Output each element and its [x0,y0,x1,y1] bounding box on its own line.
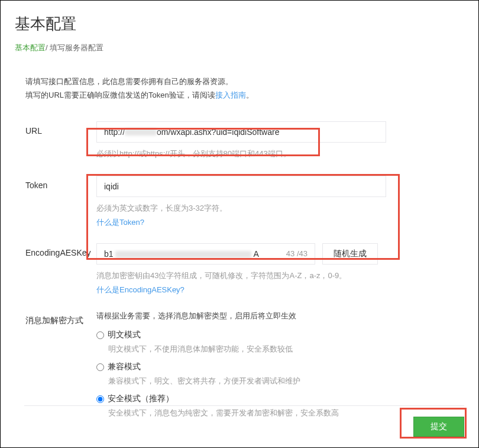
encrypt-title: 请根据业务需要，选择消息加解密类型，启用后将立即生效 [96,311,464,321]
aeskey-counter: 43 /43 [286,249,308,258]
radio-compat-desc: 兼容模式下，明文、密文将共存，方便开发者调试和维护 [108,376,464,386]
intro-line2-pre: 填写的URL需要正确响应微信发送的Token验证，请阅读 [25,91,215,99]
radio-secure-label: 安全模式（推荐） [108,394,174,404]
url-input[interactable]: http:// om/wxapi.ashx?uid=iqidiSoftware [96,121,386,143]
url-label: URL [25,121,96,160]
token-helper-link[interactable]: 什么是Token? [96,217,464,228]
radio-option-plain[interactable]: 明文模式 [96,330,464,340]
token-helper: 必须为英文或数字，长度为3-32字符。 [96,202,464,215]
aeskey-label: EncodingAESKey [25,243,96,295]
radio-compat[interactable] [96,363,104,371]
radio-plain-desc: 明文模式下，不使用消息体加解密功能，安全系数较低 [108,344,464,354]
url-value-prefix: http:// [104,127,125,137]
radio-compat-label: 兼容模式 [108,362,141,372]
breadcrumb-current: 填写服务器配置 [50,43,103,52]
aeskey-input[interactable]: b1 A 43 /43 [96,243,315,265]
radio-plain[interactable] [96,331,104,339]
url-helper: 必须以http://或https://开头，分别支持80端口和443端口。 [96,147,464,160]
aeskey-value-hidden [115,251,251,258]
submit-button[interactable]: 提交 [413,417,464,437]
generate-button[interactable]: 随机生成 [322,243,378,265]
url-row: URL http:// om/wxapi.ashx?uid=iqidiSoftw… [15,121,464,160]
url-value-suffix: om/wxapi.ashx?uid=iqidiSoftware [157,127,279,137]
footer-bar: 提交 [24,405,464,437]
intro-text: 请填写接口配置信息，此信息需要你拥有自己的服务器资源。 填写的URL需要正确响应… [15,75,464,102]
radio-option-secure[interactable]: 安全模式（推荐） [96,394,464,404]
url-value-hidden [125,128,157,136]
token-label: Token [25,176,96,228]
intro-line1: 请填写接口配置信息，此信息需要你拥有自己的服务器资源。 [25,75,464,88]
radio-option-compat[interactable]: 兼容模式 [96,362,464,372]
intro-guide-link[interactable]: 接入指南 [215,91,246,99]
aeskey-value-prefix: b1 [104,249,114,259]
radio-secure[interactable] [96,395,104,403]
token-input[interactable] [96,176,386,197]
aeskey-helper-link[interactable]: 什么是EncodingAESKey? [96,285,464,295]
aeskey-row: EncodingAESKey b1 A 43 /43 随机生成 消息加密密钥由4… [15,243,464,295]
aeskey-value-suffix: A [254,249,259,259]
radio-plain-label: 明文模式 [108,330,141,340]
page-title: 基本配置 [15,14,464,34]
breadcrumb: 基本配置/ 填写服务器配置 [15,43,464,53]
aeskey-helper: 消息加密密钥由43位字符组成，可随机修改，字符范围为A-Z，a-z，0-9。 [96,269,464,282]
intro-line2-post: 。 [246,91,254,99]
token-row: Token 必须为英文或数字，长度为3-32字符。 什么是Token? [15,176,464,228]
breadcrumb-root-link[interactable]: 基本配置 [15,43,46,52]
